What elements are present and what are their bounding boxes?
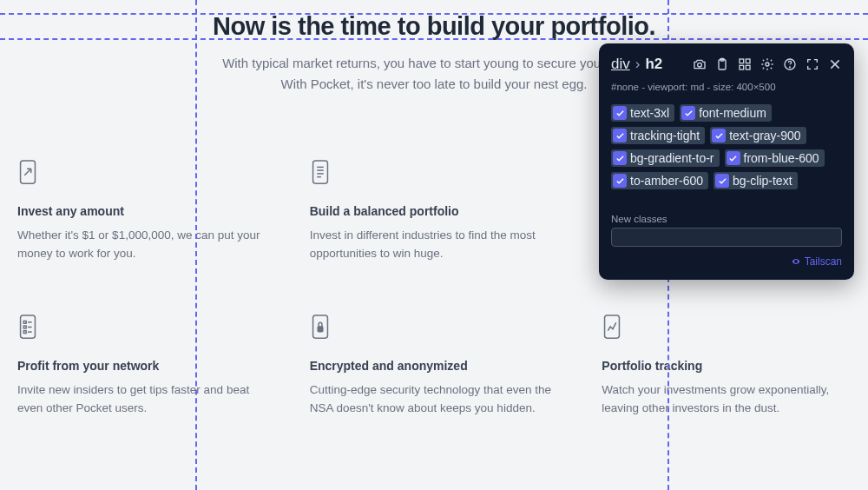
svg-rect-9 <box>23 326 26 328</box>
inspector-meta: #none - viewport: md - size: 400×500 <box>611 82 842 92</box>
clipboard-icon[interactable] <box>715 57 729 71</box>
feature-card: Profit from your network Invite new insi… <box>5 298 279 434</box>
gear-icon[interactable] <box>760 57 774 71</box>
class-chip[interactable]: font-medium <box>680 104 772 122</box>
phone-list-icon <box>310 159 331 185</box>
feature-card: Encrypted and anonymized Cutting-edge se… <box>298 298 571 434</box>
check-icon <box>613 151 627 165</box>
svg-rect-1 <box>312 161 327 183</box>
chevron-right-icon: › <box>635 56 641 73</box>
svg-rect-14 <box>318 327 323 332</box>
class-chip[interactable]: from-blue-600 <box>725 149 825 167</box>
check-icon <box>712 129 726 142</box>
phone-checklist-icon <box>17 314 38 340</box>
check-icon <box>613 174 627 188</box>
svg-point-16 <box>698 63 702 67</box>
brand-link[interactable]: Tailscan <box>611 255 842 268</box>
feature-card: Build a balanced portfolio Invest in dif… <box>298 143 571 279</box>
card-body: Invest in different industries to find t… <box>310 227 559 263</box>
inspector-toolbar <box>693 57 842 71</box>
check-icon <box>681 106 695 120</box>
card-title: Build a balanced portfolio <box>310 204 559 218</box>
card-body: Watch your investments grow exponentiall… <box>602 381 851 418</box>
new-classes-label: New classes <box>611 214 842 224</box>
chip-label: text-gray-900 <box>729 129 800 142</box>
svg-rect-11 <box>23 331 26 334</box>
svg-rect-15 <box>605 315 620 338</box>
check-icon <box>727 151 740 165</box>
class-chip[interactable]: to-amber-600 <box>611 172 708 189</box>
close-icon[interactable] <box>828 57 842 71</box>
phone-chart-icon <box>602 314 622 340</box>
card-title: Portfolio tracking <box>602 359 851 373</box>
card-body: Whether it's $1 or $1,000,000, we can pu… <box>17 227 266 263</box>
class-chip-list: text-3xlfont-mediumtracking-tighttext-gr… <box>611 104 842 189</box>
new-classes-input[interactable] <box>611 228 842 247</box>
svg-rect-20 <box>746 59 750 63</box>
class-chip[interactable]: bg-gradient-to-r <box>611 149 720 167</box>
check-icon <box>613 106 627 120</box>
subtitle-line: With typical market returns, you have to… <box>222 56 646 70</box>
card-title: Encrypted and anonymized <box>310 359 559 373</box>
camera-icon[interactable] <box>693 57 707 71</box>
chip-label: tracking-tight <box>630 129 700 142</box>
brand-text: Tailscan <box>805 255 842 268</box>
subtitle-line: With Pocket, it's never too late to buil… <box>280 76 587 91</box>
class-chip[interactable]: text-gray-900 <box>710 127 806 144</box>
phone-lock-icon <box>310 314 331 340</box>
breadcrumb-current: h2 <box>645 56 662 73</box>
feature-card: Portfolio tracking Watch your investment… <box>589 298 863 434</box>
feature-card: Invest any amount Whether it's $1 or $1,… <box>5 143 279 279</box>
chip-label: bg-gradient-to-r <box>630 151 714 165</box>
card-body: Cutting-edge security technology that ev… <box>310 381 559 418</box>
boxes-icon[interactable] <box>738 57 752 71</box>
class-chip[interactable]: text-3xl <box>611 104 674 122</box>
brand-icon <box>791 256 801 267</box>
svg-point-25 <box>790 67 791 68</box>
check-icon <box>613 129 627 142</box>
help-icon[interactable] <box>783 57 797 71</box>
chip-label: to-amber-600 <box>630 174 703 188</box>
inspector-panel[interactable]: div › h2 #none - viewport: md - size: 40… <box>599 43 854 280</box>
phone-arrow-icon <box>17 159 38 185</box>
svg-point-23 <box>766 63 769 66</box>
svg-rect-21 <box>740 65 744 70</box>
breadcrumb: div › h2 <box>611 56 662 73</box>
chip-label: font-medium <box>699 106 766 120</box>
check-icon <box>715 174 729 188</box>
card-title: Profit from your network <box>17 359 266 373</box>
card-body: Invite new insiders to get tips faster a… <box>17 381 266 418</box>
expand-icon[interactable] <box>806 57 819 71</box>
chip-label: bg-clip-text <box>733 174 792 188</box>
card-title: Invest any amount <box>17 204 266 218</box>
chip-label: from-blue-600 <box>744 151 819 165</box>
chip-label: text-3xl <box>630 106 669 120</box>
class-chip[interactable]: bg-clip-text <box>713 172 797 189</box>
svg-rect-7 <box>23 321 26 323</box>
svg-rect-22 <box>746 65 750 70</box>
page-title: Now is the time to build your portfolio. <box>0 12 868 41</box>
breadcrumb-parent[interactable]: div <box>611 56 630 73</box>
inspector-header: div › h2 <box>611 56 842 73</box>
svg-rect-19 <box>740 59 744 63</box>
class-chip[interactable]: tracking-tight <box>611 127 705 144</box>
